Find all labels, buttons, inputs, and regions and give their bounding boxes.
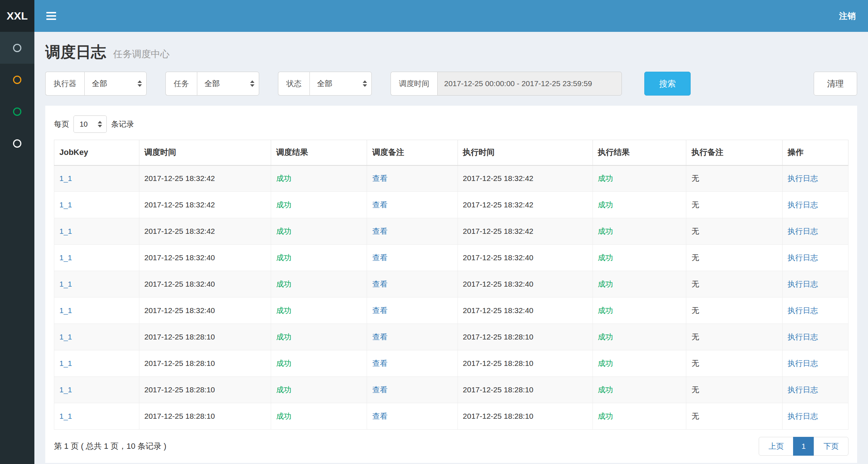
job_key-link[interactable]: 1_1 [59, 385, 72, 394]
cell-job_key: 1_1 [54, 271, 139, 298]
handle_result-text: 成功 [598, 253, 613, 262]
job_key-link[interactable]: 1_1 [59, 253, 72, 262]
job_key-link[interactable]: 1_1 [59, 359, 72, 367]
cell-handle_result: 成功 [593, 218, 686, 245]
select-stepper-icon [250, 80, 254, 87]
action-link[interactable]: 执行日志 [788, 253, 818, 262]
pagination: 上页 1 下页 [759, 437, 848, 456]
handle_result-text: 成功 [598, 333, 613, 341]
sidebar [0, 32, 34, 464]
cell-trigger_result: 成功 [271, 218, 367, 245]
cell-trigger_time: 2017-12-25 18:32:42 [139, 192, 271, 218]
sidebar-item-1[interactable] [0, 32, 34, 64]
cell-trigger_result: 成功 [271, 324, 367, 350]
search-button[interactable]: 搜索 [644, 72, 691, 96]
trigger_msg-link[interactable]: 查看 [372, 359, 387, 367]
cell-action: 执行日志 [782, 165, 848, 192]
cell-trigger_time: 2017-12-25 18:32:42 [139, 165, 271, 192]
trigger_result-text: 成功 [276, 253, 291, 262]
sidebar-item-3[interactable] [0, 96, 34, 127]
job_key-link[interactable]: 1_1 [59, 306, 72, 315]
cell-trigger_time: 2017-12-25 18:32:42 [139, 218, 271, 245]
action-link[interactable]: 执行日志 [788, 385, 818, 394]
job_key-link[interactable]: 1_1 [59, 333, 72, 341]
table-row: 1_12017-12-25 18:28:10成功查看2017-12-25 18:… [54, 377, 848, 403]
status-filter-label: 状态 [278, 72, 309, 96]
cell-trigger_result: 成功 [271, 377, 367, 403]
sidebar-item-2[interactable] [0, 64, 34, 96]
job_key-link[interactable]: 1_1 [59, 174, 72, 182]
status-filter-group: 状态 全部 [278, 72, 372, 96]
cell-handle_time: 2017-12-25 18:28:10 [458, 324, 593, 350]
cell-handle_time: 2017-12-25 18:32:42 [458, 165, 593, 192]
cell-action: 执行日志 [782, 298, 848, 324]
cell-handle_time: 2017-12-25 18:32:40 [458, 271, 593, 298]
cell-handle_time: 2017-12-25 18:28:10 [458, 377, 593, 403]
trigger-time-filter-label: 调度时间 [391, 72, 437, 96]
cell-handle_result: 成功 [593, 298, 686, 324]
handle_result-text: 成功 [598, 306, 613, 315]
table-row: 1_12017-12-25 18:28:10成功查看2017-12-25 18:… [54, 324, 848, 350]
cell-trigger_result: 成功 [271, 403, 367, 430]
clear-button[interactable]: 清理 [814, 72, 857, 96]
action-link[interactable]: 执行日志 [788, 333, 818, 341]
action-link[interactable]: 执行日志 [788, 359, 818, 367]
action-link[interactable]: 执行日志 [788, 412, 818, 420]
cell-trigger_result: 成功 [271, 298, 367, 324]
cell-trigger_time: 2017-12-25 18:28:10 [139, 377, 271, 403]
trigger_result-text: 成功 [276, 306, 291, 315]
hamburger-icon [46, 12, 56, 20]
job_key-link[interactable]: 1_1 [59, 227, 72, 235]
app-logo[interactable]: XXL [0, 0, 34, 32]
trigger_msg-link[interactable]: 查看 [372, 227, 387, 235]
handle_time-text: 2017-12-25 18:32:40 [463, 306, 534, 315]
trigger_msg-link[interactable]: 查看 [372, 253, 387, 262]
action-link[interactable]: 执行日志 [788, 174, 818, 182]
prev-page-button[interactable]: 上页 [759, 437, 793, 456]
sidebar-toggle-button[interactable] [34, 0, 68, 32]
trigger_msg-link[interactable]: 查看 [372, 385, 387, 394]
trigger_msg-link[interactable]: 查看 [372, 201, 387, 209]
cell-action: 执行日志 [782, 324, 848, 350]
trigger_result-text: 成功 [276, 359, 291, 367]
executor-filter-label: 执行器 [45, 72, 84, 96]
action-link[interactable]: 执行日志 [788, 201, 818, 209]
job_key-link[interactable]: 1_1 [59, 412, 72, 420]
trigger_msg-link[interactable]: 查看 [372, 333, 387, 341]
cell-trigger_time: 2017-12-25 18:32:40 [139, 298, 271, 324]
page-header: 调度日志 任务调度中心 [34, 32, 868, 62]
page-number-button[interactable]: 1 [793, 437, 814, 456]
handle_result-text: 成功 [598, 201, 613, 209]
trigger_time-text: 2017-12-25 18:32:42 [144, 201, 215, 209]
table-row: 1_12017-12-25 18:32:40成功查看2017-12-25 18:… [54, 298, 848, 324]
cell-handle_result: 成功 [593, 245, 686, 271]
executor-filter-select[interactable]: 全部 [84, 72, 147, 96]
status-filter-select[interactable]: 全部 [309, 72, 372, 96]
trigger_msg-link[interactable]: 查看 [372, 280, 387, 288]
cell-action: 执行日志 [782, 192, 848, 218]
trigger-time-range-input[interactable]: 2017-12-25 00:00:00 - 2017-12-25 23:59:5… [437, 72, 622, 96]
job_key-link[interactable]: 1_1 [59, 201, 72, 209]
handle_result-text: 成功 [598, 174, 613, 182]
page-size-select[interactable]: 10 [73, 115, 107, 133]
job_key-link[interactable]: 1_1 [59, 280, 72, 288]
action-link[interactable]: 执行日志 [788, 227, 818, 235]
trigger_msg-link[interactable]: 查看 [372, 174, 387, 182]
handle_result-text: 成功 [598, 412, 613, 420]
job-filter-select[interactable]: 全部 [197, 72, 259, 96]
cell-action: 执行日志 [782, 245, 848, 271]
cell-handle_result: 成功 [593, 271, 686, 298]
trigger_msg-link[interactable]: 查看 [372, 306, 387, 315]
action-link[interactable]: 执行日志 [788, 306, 818, 315]
sidebar-menu [0, 32, 34, 159]
cell-trigger_time: 2017-12-25 18:28:10 [139, 324, 271, 350]
cell-job_key: 1_1 [54, 298, 139, 324]
action-link[interactable]: 执行日志 [788, 280, 818, 288]
trigger_msg-link[interactable]: 查看 [372, 412, 387, 420]
next-page-button[interactable]: 下页 [814, 437, 848, 456]
cell-job_key: 1_1 [54, 192, 139, 218]
handle_result-text: 成功 [598, 359, 613, 367]
logout-link[interactable]: 注销 [827, 0, 868, 32]
sidebar-item-4[interactable] [0, 127, 34, 159]
cell-handle_result: 成功 [593, 403, 686, 430]
